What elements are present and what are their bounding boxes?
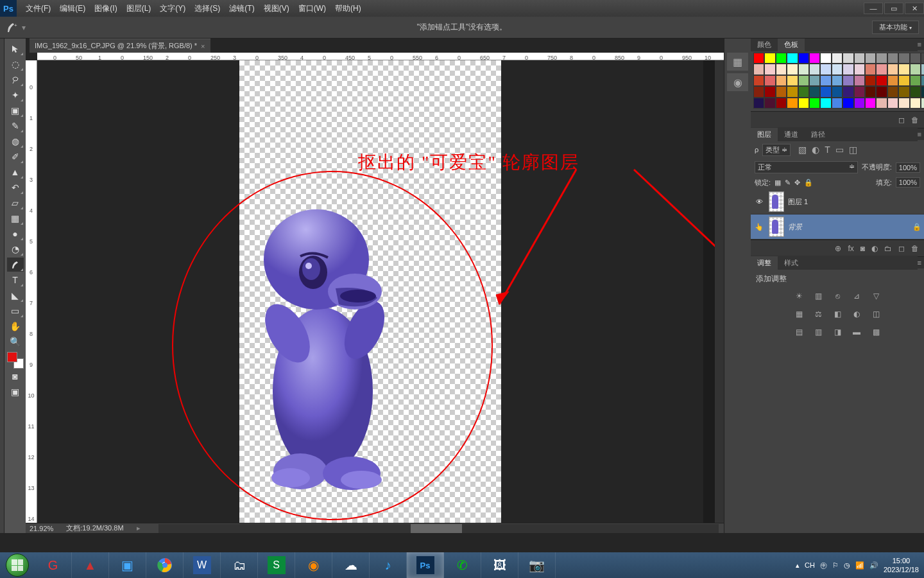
hand-tool[interactable]: ✋ (7, 319, 24, 333)
tab-adjustments[interactable]: 调整 (751, 256, 778, 270)
swatch[interactable] (764, 98, 775, 109)
new-layer-icon[interactable]: ◻ (898, 244, 905, 253)
swatch[interactable] (921, 64, 924, 74)
layer-fx-icon[interactable]: fx (848, 244, 853, 253)
swatch[interactable] (898, 64, 909, 74)
pen-add-anchor-icon[interactable]: + (5, 21, 19, 35)
swatch[interactable] (843, 98, 853, 109)
selective-icon[interactable]: ▩ (869, 326, 882, 338)
swatch[interactable] (798, 98, 809, 109)
menu-edit[interactable]: 编辑(E) (56, 1, 89, 16)
lock-all-icon[interactable]: 🔒 (804, 179, 813, 187)
delete-swatch-icon[interactable]: 🗑 (911, 116, 919, 125)
swatch[interactable] (820, 98, 831, 109)
swatch[interactable] (876, 64, 887, 74)
swatch[interactable] (865, 86, 876, 97)
swatch[interactable] (809, 75, 820, 86)
brush-tool[interactable]: ✐ (7, 150, 24, 164)
tray-expand-icon[interactable]: ▴ (796, 561, 800, 570)
swatch[interactable] (787, 98, 798, 109)
zoom-level[interactable]: 21.92% (30, 525, 53, 532)
move-tool[interactable] (7, 42, 24, 56)
delete-layer-icon[interactable]: 🗑 (911, 244, 919, 253)
layer-name[interactable]: 背景 (788, 222, 909, 232)
swatch[interactable] (876, 53, 887, 64)
menu-window[interactable]: 窗口(W) (295, 1, 330, 16)
start-button[interactable] (0, 552, 35, 578)
swatch[interactable] (843, 64, 853, 74)
swatch[interactable] (832, 53, 843, 64)
swatch[interactable] (921, 53, 924, 64)
visibility-toggle[interactable]: 👆 (753, 221, 765, 232)
action-center-icon[interactable]: ⚐ (832, 561, 839, 570)
magic-wand-tool[interactable]: ✦ (7, 88, 24, 102)
swatch[interactable] (832, 64, 843, 74)
filter-adjust-icon[interactable]: ◐ (812, 144, 819, 155)
brightness-icon[interactable]: ☀ (792, 290, 805, 302)
filter-smart-icon[interactable]: ◫ (849, 144, 857, 155)
mixer-icon[interactable]: ◫ (869, 308, 882, 320)
photo-filter-icon[interactable]: ◐ (850, 308, 863, 320)
tab-layers[interactable]: 图层 (751, 128, 778, 141)
threshold-icon[interactable]: ◨ (831, 326, 844, 338)
swatch[interactable] (898, 53, 909, 64)
swatch[interactable] (887, 53, 898, 64)
swatch[interactable] (910, 64, 921, 74)
taskbar-app-9[interactable]: ☁ (332, 552, 370, 578)
swatch[interactable] (798, 53, 809, 64)
swatch[interactable] (843, 53, 853, 64)
swatch[interactable] (876, 86, 887, 97)
group-icon[interactable]: 🗀 (884, 244, 892, 253)
layer-item-1[interactable]: 👁 图层 1 (751, 189, 924, 215)
swatch[interactable] (921, 86, 924, 97)
type-tool[interactable]: T (7, 273, 24, 287)
swatch[interactable] (753, 75, 764, 86)
swatch[interactable] (910, 75, 921, 86)
ime-indicator[interactable]: CH (805, 561, 815, 569)
filter-image-icon[interactable]: ▧ (798, 144, 807, 155)
history-brush-tool[interactable]: ↶ (7, 180, 24, 195)
menu-filter[interactable]: 滤镜(T) (225, 1, 258, 16)
scrollbar-vertical[interactable] (715, 60, 724, 523)
zoom-tool[interactable]: 🔍 (7, 335, 24, 349)
gradient-map-icon[interactable]: ▬ (850, 326, 863, 338)
swatch[interactable] (753, 98, 764, 109)
swatch[interactable] (820, 86, 831, 97)
levels-icon[interactable]: ▥ (812, 290, 825, 302)
swatch[interactable] (843, 86, 853, 97)
swatch[interactable] (820, 64, 831, 74)
layer-thumbnail[interactable] (769, 191, 784, 212)
swatch[interactable] (921, 98, 924, 109)
stamp-tool[interactable]: ▲ (7, 165, 24, 179)
collapsed-panel-icon-2[interactable]: ◉ (727, 73, 748, 91)
swatch[interactable] (764, 75, 775, 86)
tab-styles[interactable]: 样式 (778, 256, 805, 270)
lock-position-icon[interactable]: ✥ (794, 179, 800, 187)
swatch[interactable] (820, 75, 831, 86)
swatch[interactable] (809, 64, 820, 74)
swatch[interactable] (865, 64, 876, 74)
swatch[interactable] (843, 75, 853, 86)
panel-menu-icon[interactable]: ≡ (918, 130, 921, 138)
swatch[interactable] (910, 53, 921, 64)
menu-select[interactable]: 选择(S) (191, 1, 224, 16)
swatch[interactable] (887, 64, 898, 74)
swatch[interactable] (753, 86, 764, 97)
layer-item-background[interactable]: 👆 背景 🔒 (751, 215, 924, 240)
swatch[interactable] (876, 75, 887, 86)
taskbar-app-12[interactable]: ✆ (444, 552, 481, 578)
adjustment-layer-icon[interactable]: ◐ (871, 244, 878, 253)
hue-icon[interactable]: ▦ (792, 308, 805, 320)
maximize-button[interactable]: ▭ (884, 3, 903, 14)
swatch[interactable] (876, 98, 887, 109)
layer-name[interactable]: 图层 1 (788, 197, 921, 207)
swatch[interactable] (832, 98, 843, 109)
swatch[interactable] (798, 86, 809, 97)
path-select-tool[interactable]: ◣ (7, 288, 24, 302)
taskbar-explorer[interactable]: 🗂 (221, 552, 258, 578)
swatch[interactable] (865, 98, 876, 109)
swatch[interactable] (776, 86, 787, 97)
swatch[interactable] (764, 86, 775, 97)
posterize-icon[interactable]: ▥ (812, 326, 825, 338)
swatch[interactable] (787, 53, 798, 64)
